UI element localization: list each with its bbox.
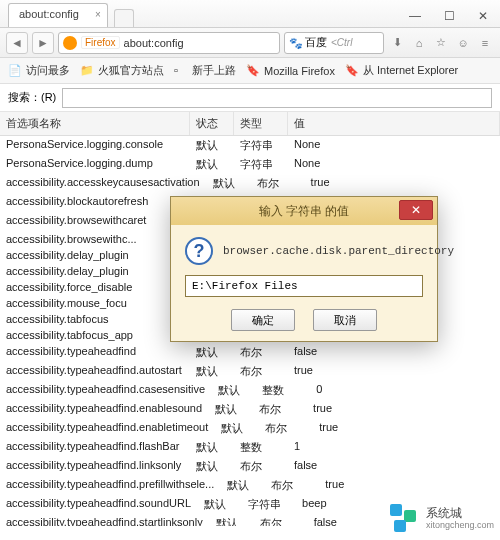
tab-title: about:config	[19, 8, 79, 20]
cancel-button[interactable]: 取消	[313, 309, 377, 331]
filter-input[interactable]	[62, 88, 492, 108]
cell-name: accessibility.typeaheadfind.soundURL	[0, 495, 198, 514]
dialog-body: ? browser.cache.disk.parent_directory 确定…	[171, 225, 437, 341]
table-row[interactable]: accessibility.typeaheadfind.linksonly默认布…	[0, 457, 500, 476]
cell-value: 0	[310, 381, 500, 400]
ok-button[interactable]: 确定	[231, 309, 295, 331]
new-tab-button[interactable]	[114, 9, 134, 27]
table-row[interactable]: accessibility.typeaheadfind.prefillwiths…	[0, 476, 500, 495]
home-icon[interactable]: ⌂	[410, 34, 428, 52]
dialog-value-input[interactable]	[185, 275, 423, 297]
browser-tab[interactable]: about:config ×	[8, 3, 108, 27]
table-row[interactable]: accessibility.typeaheadfind.autostart默认布…	[0, 362, 500, 381]
bookmark-label: 访问最多	[26, 63, 70, 78]
cell-value: false	[288, 457, 500, 476]
back-button[interactable]: ◄	[6, 32, 28, 54]
filter-label: 搜索：(R)	[8, 90, 56, 105]
watermark: 系统城 xitongcheng.com	[390, 504, 494, 534]
bookmark-label: 从 Internet Explorer	[363, 63, 458, 78]
cell-type: 布尔	[254, 514, 308, 526]
nav-toolbar: ◄ ► Firefox about:config 🐾 百度 <Ctrl ⬇ ⌂ …	[0, 28, 500, 58]
cell-type: 布尔	[253, 400, 307, 419]
bookmark-label: 新手上路	[192, 63, 236, 78]
cell-name: accessibility.mouse_focu	[0, 295, 190, 311]
bookmark-star-icon[interactable]: ☆	[432, 34, 450, 52]
cell-status: 默认	[207, 174, 251, 193]
cell-status: 默认	[210, 514, 254, 526]
search-box[interactable]: 🐾 百度 <Ctrl	[284, 32, 384, 54]
pref-table-header: 首选项名称 状态 类型 值	[0, 112, 500, 136]
table-row[interactable]: accessibility.typeaheadfind.flashBar默认整数…	[0, 438, 500, 457]
dialog-close-button[interactable]: ✕	[399, 200, 433, 220]
cell-value: true	[307, 400, 500, 419]
col-header-status[interactable]: 状态	[190, 112, 234, 135]
input-dialog: 输入 字符串 的值 ✕ ? browser.cache.disk.parent_…	[170, 196, 438, 342]
bookmark-getting-started[interactable]: ▫ 新手上路	[174, 63, 236, 78]
col-header-name[interactable]: 首选项名称	[0, 112, 190, 135]
table-row[interactable]: PersonaService.logging.console默认字符串None	[0, 136, 500, 155]
cell-value: 1	[288, 438, 500, 457]
forward-button[interactable]: ►	[32, 32, 54, 54]
cell-status: 默认	[212, 381, 256, 400]
url-scheme-label: Firefox	[81, 36, 120, 49]
dialog-title: 输入 字符串 的值	[259, 203, 350, 220]
firefox-icon	[63, 36, 77, 50]
table-row[interactable]: accessibility.typeaheadfind.enablesound默…	[0, 400, 500, 419]
user-icon[interactable]: ☺	[454, 34, 472, 52]
cell-value: true	[305, 174, 500, 193]
bookmark-ie-import[interactable]: 🔖 从 Internet Explorer	[345, 63, 458, 78]
bookmark-mozilla[interactable]: 🔖 Mozilla Firefox	[246, 64, 335, 78]
bookmark-icon: 🔖	[246, 64, 260, 78]
cell-status: 默认	[198, 495, 242, 514]
cell-value: None	[288, 136, 500, 155]
folder-icon: 📄	[8, 64, 22, 78]
downloads-icon[interactable]: ⬇	[388, 34, 406, 52]
cell-type: 布尔	[265, 476, 319, 495]
search-provider: 百度	[305, 35, 327, 50]
cell-name: accessibility.typeaheadfind	[0, 343, 190, 362]
table-row[interactable]: PersonaService.logging.dump默认字符串None	[0, 155, 500, 174]
cell-status: 默认	[215, 419, 259, 438]
cell-value: true	[288, 362, 500, 381]
cell-value: true	[319, 476, 500, 495]
cell-name: accessibility.blockautorefresh	[0, 193, 190, 212]
cell-status: 默认	[190, 438, 234, 457]
cell-name: accessibility.typeaheadfind.prefillwiths…	[0, 476, 221, 495]
table-row[interactable]: accessibility.typeaheadfind.enabletimeou…	[0, 419, 500, 438]
cell-status: 默认	[190, 457, 234, 476]
baidu-icon: 🐾	[289, 37, 301, 49]
bookmark-firefox-official[interactable]: 📁 火狐官方站点	[80, 63, 164, 78]
cell-name: PersonaService.logging.console	[0, 136, 190, 155]
cell-name: accessibility.browsewithc...	[0, 231, 190, 247]
table-row[interactable]: accessibility.typeaheadfind.casesensitiv…	[0, 381, 500, 400]
cell-name: accessibility.force_disable	[0, 279, 190, 295]
close-window-button[interactable]: ✕	[466, 7, 500, 27]
minimize-button[interactable]: —	[398, 7, 432, 27]
cell-type: 字符串	[242, 495, 296, 514]
cell-type: 字符串	[234, 136, 288, 155]
cell-name: accessibility.typeaheadfind.autostart	[0, 362, 190, 381]
menu-icon[interactable]: ≡	[476, 34, 494, 52]
table-row[interactable]: accessibility.accesskeycausesactivation默…	[0, 174, 500, 193]
cell-status: 默认	[190, 155, 234, 174]
table-row[interactable]: accessibility.typeaheadfind默认布尔false	[0, 343, 500, 362]
cell-status: 默认	[190, 362, 234, 381]
cell-status: 默认	[190, 136, 234, 155]
cell-name: accessibility.typeaheadfind.casesensitiv…	[0, 381, 212, 400]
url-bar[interactable]: Firefox about:config	[58, 32, 280, 54]
col-header-type[interactable]: 类型	[234, 112, 288, 135]
page-icon: ▫	[174, 64, 188, 78]
cell-status: 默认	[209, 400, 253, 419]
bookmark-most-visited[interactable]: 📄 访问最多	[8, 63, 70, 78]
close-tab-icon[interactable]: ×	[95, 9, 101, 20]
dialog-pref-name: browser.cache.disk.parent_directory	[223, 245, 454, 257]
maximize-button[interactable]: ☐	[432, 7, 466, 27]
watermark-logo-icon	[390, 504, 420, 534]
bookmark-icon: 🔖	[345, 64, 359, 78]
cell-type: 布尔	[234, 457, 288, 476]
col-header-value[interactable]: 值	[288, 112, 500, 135]
bookmarks-bar: 📄 访问最多 📁 火狐官方站点 ▫ 新手上路 🔖 Mozilla Firefox…	[0, 58, 500, 84]
cell-name: accessibility.delay_plugin	[0, 263, 190, 279]
cell-name: accessibility.delay_plugin	[0, 247, 190, 263]
cell-type: 布尔	[251, 174, 305, 193]
